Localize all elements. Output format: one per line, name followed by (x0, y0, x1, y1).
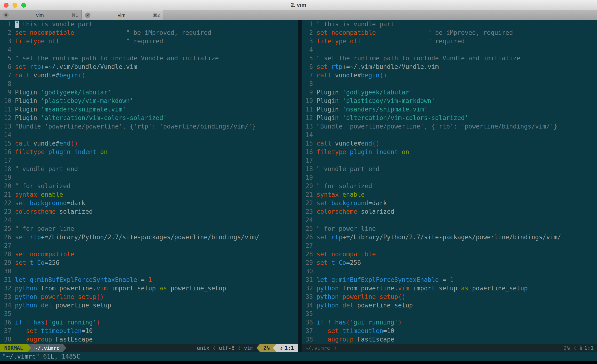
code-line[interactable]: 15call vundle#end() (0, 139, 298, 148)
code-line[interactable]: 10Plugin 'plasticboy/vim-markdown' (0, 97, 298, 105)
code-line[interactable]: 34python del powerline_setup (302, 301, 597, 310)
code-line[interactable]: 8 (302, 79, 597, 88)
code-line[interactable]: 18" vundle part end (0, 165, 298, 173)
code-line[interactable]: 13"Bundle 'powerline/powerline', {'rtp':… (0, 122, 298, 131)
code-line[interactable]: 18" vundle part end (302, 165, 597, 173)
code-line[interactable]: 12Plugin 'altercation/vim-colors-solariz… (0, 114, 298, 122)
code-token: call (316, 72, 331, 79)
code-token: powerline_setup (167, 285, 226, 292)
code-line[interactable]: 1" this is vundle part (302, 20, 597, 28)
code-line[interactable]: 36if ! has('gui_running') (0, 318, 298, 327)
code-line[interactable]: 3filetype off " required (302, 37, 597, 46)
code-line[interactable]: 21syntax enable (0, 190, 298, 199)
code-line[interactable]: 12Plugin 'altercation/vim-colors-solariz… (302, 114, 597, 122)
code-line[interactable]: 3filetype off " required (0, 37, 298, 46)
zoom-button[interactable] (21, 3, 26, 8)
vim-command-line[interactable]: "~/.vimrc" 61L, 1485C (0, 352, 597, 361)
code-line[interactable]: 16filetype plugin indent on (302, 148, 597, 156)
code-line[interactable]: 6set rtp+=~/.vim/bundle/Vundle.vim (0, 62, 298, 71)
code-line[interactable]: 15call vundle#end() (302, 139, 597, 148)
code-line[interactable]: 21syntax enable (302, 190, 597, 199)
bottom-strip (0, 361, 597, 364)
code-line[interactable]: 7call vundle#begin() (302, 71, 597, 79)
titlebar[interactable]: 2. vim (0, 0, 597, 10)
code-line[interactable]: 9Plugin 'godlygeek/tabular' (302, 88, 597, 97)
code-line[interactable]: 33python powerline_setup() (302, 293, 597, 301)
tab-close-icon[interactable]: ✕ (85, 13, 90, 18)
close-button[interactable] (4, 3, 8, 8)
code-line[interactable]: 26set rtp+=/Library/Python/2.7/site-pack… (302, 233, 597, 241)
code-token: filetype (316, 38, 346, 45)
code-line[interactable]: 34python del powerline_setup (0, 301, 298, 310)
code-line[interactable]: 36if ! has('gui_running') (302, 318, 597, 327)
code-line[interactable]: 17 (0, 156, 298, 165)
code-line[interactable]: 11Plugin 'msanders/snipmate.vim' (0, 105, 298, 114)
code-token (45, 38, 48, 45)
code-line[interactable]: 2set nocompatible " be iMproved, require… (0, 28, 298, 37)
code-line[interactable]: 19 (302, 173, 597, 182)
code-line[interactable]: 14 (0, 131, 298, 139)
code-line[interactable]: 38 augroup FastEscape (0, 335, 298, 344)
code-line[interactable]: 28set nocompatible (0, 250, 298, 258)
tab-vim-2[interactable]: ✕ vim ⌘2 (82, 10, 163, 20)
code-line[interactable]: 6set rtp+=~/.vim/bundle/Vundle.vim (302, 62, 597, 71)
code-line[interactable]: 2set nocompatible " be iMproved, require… (302, 28, 597, 37)
code-token: let (15, 276, 26, 283)
vim-window-left[interactable]: 1" this is vundle part2set nocompatible … (0, 20, 298, 344)
split-divider[interactable] (298, 20, 302, 344)
code-line[interactable]: 25" for power line (302, 224, 597, 233)
code-line[interactable]: 33python powerline_setup() (0, 293, 298, 301)
code-line[interactable]: 30 (302, 267, 597, 276)
code-line[interactable]: 35 (302, 310, 597, 318)
code-token: enable (41, 191, 63, 198)
code-token: if (15, 319, 22, 326)
code-line[interactable]: 28set nocompatible (302, 250, 597, 258)
code-line[interactable]: 30 (0, 267, 298, 276)
line-number: 22 (0, 199, 11, 207)
code-line[interactable]: 1" this is vundle part (0, 20, 298, 28)
code-line[interactable]: 7call vundle#begin() (0, 71, 298, 79)
code-line[interactable]: 26set rtp+=/Library/Python/2.7/site-pack… (0, 233, 298, 241)
code-line[interactable]: 13"Bundle 'powerline/powerline', {'rtp':… (302, 122, 597, 131)
code-line[interactable]: 27 (302, 241, 597, 250)
code-line[interactable]: 19 (0, 173, 298, 182)
code-token: set (316, 63, 328, 70)
code-line[interactable]: 9Plugin 'godlygeek/tabular' (0, 88, 298, 97)
code-line[interactable]: 16filetype plugin indent on (0, 148, 298, 156)
code-line[interactable]: 37 set ttimeoutlen=10 (302, 327, 597, 335)
line-number: 33 (302, 293, 313, 301)
code-line[interactable]: 20" for solarized (302, 182, 597, 190)
code-line[interactable]: 23colorscheme solarized (302, 207, 597, 216)
code-line[interactable]: 22set background=dark (0, 199, 298, 207)
code-line[interactable]: 20" for solarized (0, 182, 298, 190)
code-line[interactable]: 35 (0, 310, 298, 318)
code-line[interactable]: 4 (302, 46, 597, 54)
code-line[interactable]: 32python from powerline.vim import setup… (0, 284, 298, 293)
code-line[interactable]: 31let g:minBufExplForceSyntaxEnable = 1 (0, 276, 298, 284)
code-line[interactable]: 4 (0, 46, 298, 54)
code-line[interactable]: 25" for power line (0, 224, 298, 233)
tab-vim-1[interactable]: ✕ vim ⌘1 (0, 10, 82, 20)
code-line[interactable]: 32python from powerline.vim import setup… (302, 284, 597, 293)
code-line[interactable]: 24 (0, 216, 298, 224)
code-line[interactable]: 22set background=dark (302, 199, 597, 207)
code-line[interactable]: 23colorscheme solarized (0, 207, 298, 216)
minimize-button[interactable] (13, 3, 17, 8)
code-line[interactable]: 24 (302, 216, 597, 224)
code-line[interactable]: 8 (0, 79, 298, 88)
code-line[interactable]: 27 (0, 241, 298, 250)
code-line[interactable]: 17 (302, 156, 597, 165)
code-line[interactable]: 38 augroup FastEscape (302, 335, 597, 344)
tab-close-icon[interactable]: ✕ (3, 12, 9, 18)
code-line[interactable]: 29set t_Co=256 (302, 258, 597, 267)
code-line[interactable]: 14 (302, 131, 597, 139)
code-token: as (159, 285, 167, 292)
code-line[interactable]: 5" set the runtime path to include Vundl… (302, 54, 597, 62)
code-line[interactable]: 11Plugin 'msanders/snipmate.vim' (302, 105, 597, 114)
vim-window-right[interactable]: 1" this is vundle part2set nocompatible … (302, 20, 597, 344)
code-line[interactable]: 5" set the runtime path to include Vundl… (0, 54, 298, 62)
code-line[interactable]: 31let g:minBufExplForceSyntaxEnable = 1 (302, 276, 597, 284)
code-line[interactable]: 10Plugin 'plasticboy/vim-markdown' (302, 97, 597, 105)
code-line[interactable]: 29set t_Co=256 (0, 258, 298, 267)
code-line[interactable]: 37 set ttimeoutlen=10 (0, 327, 298, 335)
